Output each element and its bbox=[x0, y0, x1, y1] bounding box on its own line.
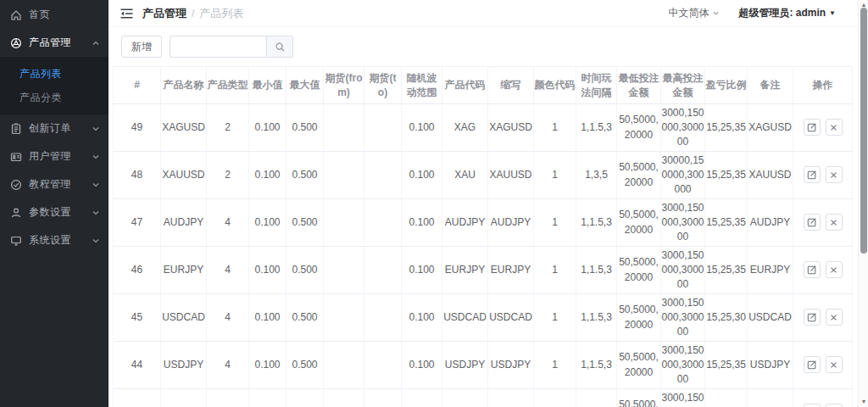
delete-button[interactable] bbox=[826, 119, 843, 136]
user-label: 超级管理员: admin bbox=[738, 6, 826, 20]
table-cell: AUDJPY bbox=[748, 199, 793, 247]
chevron-down-icon bbox=[92, 181, 100, 189]
collapse-menu-icon[interactable] bbox=[115, 3, 137, 25]
table-cell bbox=[748, 389, 793, 407]
table-cell bbox=[364, 294, 402, 342]
table-cell: 0.100 bbox=[249, 199, 287, 247]
topbar: 产品管理 / 产品列表 中文简体 超级管理员: admin ▼ bbox=[108, 0, 868, 27]
order-icon bbox=[10, 123, 22, 135]
table-cell: 15,25,35 bbox=[705, 247, 748, 294]
table-cell: 0.500 bbox=[287, 152, 324, 199]
home-icon bbox=[10, 9, 22, 21]
table-row: 46EURJPY40.1000.5000.100EURJPYEURJPY11,1… bbox=[114, 247, 853, 294]
scroll-down-icon[interactable]: ▼ bbox=[859, 397, 868, 405]
delete-button[interactable] bbox=[826, 404, 843, 407]
sidebar-item-tutorial-management[interactable]: 教程管理 bbox=[0, 170, 108, 198]
table-cell: 0.500 bbox=[287, 294, 324, 342]
sidebar-item-label: 创新订单 bbox=[29, 121, 92, 136]
edit-button[interactable] bbox=[804, 309, 821, 326]
close-icon bbox=[829, 360, 838, 370]
sidebar-item-parameter-settings[interactable]: 参数设置 bbox=[0, 198, 108, 226]
sidebar-subitem-product-category[interactable]: 产品分类 bbox=[0, 86, 108, 109]
chevron-up-icon bbox=[92, 39, 100, 47]
edit-button[interactable] bbox=[804, 166, 821, 183]
table-cell: AUDJPY bbox=[488, 199, 534, 247]
table-cell: 0.100 bbox=[249, 152, 287, 199]
close-icon bbox=[829, 313, 838, 322]
table-cell: 1 bbox=[534, 342, 576, 389]
sidebar-item-user-management[interactable]: 用户管理 bbox=[0, 142, 108, 170]
table-cell bbox=[442, 389, 488, 407]
table-cell: 47 bbox=[114, 199, 161, 247]
table-cell: EURJPY bbox=[748, 247, 793, 294]
table-cell: 50,5000,20000 bbox=[617, 389, 661, 407]
table-cell bbox=[402, 389, 442, 407]
search-input[interactable] bbox=[170, 36, 266, 58]
edit-button[interactable] bbox=[804, 119, 821, 136]
sidebar-item-system-settings[interactable]: 系统设置 bbox=[0, 226, 108, 254]
edit-button[interactable] bbox=[804, 356, 821, 373]
table-cell bbox=[324, 342, 364, 389]
table-cell: 50,5000,20000 bbox=[617, 104, 661, 152]
table-cell: 46 bbox=[114, 247, 161, 294]
column-header: 产品名称 bbox=[161, 67, 207, 104]
row-actions-cell bbox=[793, 342, 853, 389]
language-label: 中文简体 bbox=[668, 6, 709, 20]
add-button[interactable]: 新增 bbox=[121, 36, 162, 58]
breadcrumb: 产品管理 / 产品列表 bbox=[142, 6, 243, 21]
scrollbar-thumb[interactable] bbox=[860, 8, 867, 254]
table-row: 47AUDJPY40.1000.5000.100AUDJPYAUDJPY11,1… bbox=[114, 199, 853, 247]
sidebar-item-innovation-orders[interactable]: 创新订单 bbox=[0, 114, 108, 142]
table-cell: 0.500 bbox=[287, 342, 324, 389]
sidebar-item-label: 教程管理 bbox=[29, 177, 92, 192]
sidebar-subitem-product-list[interactable]: 产品列表 bbox=[0, 62, 108, 86]
delete-button[interactable] bbox=[826, 166, 843, 183]
edit-icon bbox=[807, 170, 817, 180]
table-cell bbox=[364, 104, 402, 152]
table-cell: 3000,150000,300000 bbox=[661, 294, 705, 342]
table-cell bbox=[324, 199, 364, 247]
column-header: 操作 bbox=[793, 67, 853, 104]
vertical-scrollbar[interactable]: ▲ ▼ bbox=[858, 0, 868, 407]
sidebar-item-label: 系统设置 bbox=[29, 233, 92, 248]
chevron-down-icon bbox=[92, 125, 100, 133]
language-selector[interactable]: 中文简体 bbox=[668, 6, 720, 20]
table-cell: 1 bbox=[534, 247, 576, 294]
column-header: 备注 bbox=[748, 67, 793, 104]
delete-button[interactable] bbox=[826, 309, 843, 326]
table-cell: 50,5000,20000 bbox=[617, 247, 661, 294]
row-actions-cell bbox=[793, 199, 853, 247]
table-cell: 1 bbox=[534, 294, 576, 342]
sidebar-item-home[interactable]: 首页 bbox=[0, 1, 108, 29]
table-row: 48XAUUSD20.1000.5000.100XAUXAUUSD11,3,55… bbox=[114, 152, 853, 199]
sidebar-item-product-management[interactable]: 产品管理 bbox=[0, 29, 108, 57]
delete-button[interactable] bbox=[826, 214, 843, 231]
edit-button[interactable] bbox=[804, 261, 821, 278]
table-cell: 30000,150000,300000 bbox=[661, 152, 705, 199]
user-menu[interactable]: 超级管理员: admin ▼ bbox=[738, 6, 836, 20]
table-cell bbox=[364, 342, 402, 389]
chevron-down-icon bbox=[92, 237, 100, 245]
params-icon bbox=[10, 207, 22, 219]
table-cell: 50,5000,20000 bbox=[617, 342, 661, 389]
edit-button[interactable] bbox=[804, 404, 821, 407]
table-cell: 1,1.5,3 bbox=[576, 294, 617, 342]
column-header: 期货(to) bbox=[364, 67, 402, 104]
table-row: 44USDJPY40.1000.5000.100USDJPYUSDJPY11,1… bbox=[114, 342, 853, 389]
table-cell: 15,25,30 bbox=[705, 294, 748, 342]
row-actions-cell bbox=[793, 247, 853, 294]
product-icon bbox=[10, 37, 22, 49]
table-cell: 4 bbox=[207, 199, 249, 247]
topbar-right: 中文简体 超级管理员: admin ▼ bbox=[668, 6, 848, 20]
table-cell: 4 bbox=[207, 247, 249, 294]
row-actions-cell bbox=[793, 389, 853, 407]
table-cell bbox=[364, 199, 402, 247]
breadcrumb-section[interactable]: 产品管理 bbox=[142, 6, 186, 21]
close-icon bbox=[829, 123, 838, 132]
delete-button[interactable] bbox=[826, 261, 843, 278]
delete-button[interactable] bbox=[826, 356, 843, 373]
column-header: 产品类型 bbox=[207, 67, 249, 104]
search-button[interactable] bbox=[266, 36, 293, 58]
edit-button[interactable] bbox=[804, 214, 821, 231]
table-cell: 1,1.5,3 bbox=[576, 342, 617, 389]
